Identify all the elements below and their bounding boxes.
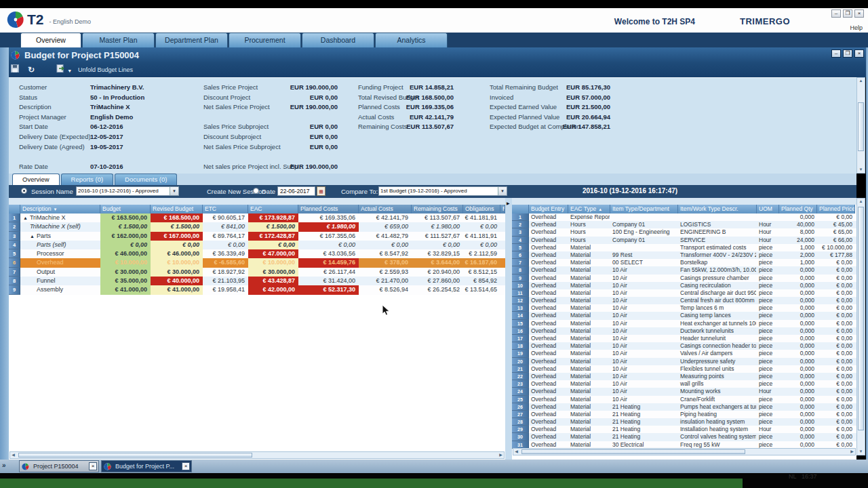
scroll-down-icon[interactable]: ▼ (857, 167, 865, 173)
budget-row-overhead[interactable]: 6Overhead€ 10.000,00€ 10.000,00€ -6.585,… (9, 258, 505, 267)
export-icon[interactable]: ▼ (56, 64, 72, 75)
splitter-handle-icon[interactable]: ▶ (507, 201, 510, 205)
help-link[interactable]: Help (850, 24, 863, 31)
scroll-right-icon[interactable]: ▶ (498, 452, 504, 458)
subtab-reports-0[interactable]: Reports (0) (61, 174, 114, 185)
calendar-icon[interactable]: ▦ (317, 186, 326, 196)
scroll-up-icon[interactable]: ▲ (857, 199, 865, 205)
budget-row-funnel[interactable]: 8Funnel€ 35.000,00€ 40.000,00€ 21.103,95… (9, 277, 505, 285)
budget-line-row[interactable]: 18OverheadMaterial10 AirCasings connecti… (512, 342, 856, 350)
chevron-down-icon[interactable]: ▼ (498, 187, 507, 195)
budget-line-row[interactable]: 21OverheadMaterial10 AirFlexibles tunnel… (512, 365, 856, 373)
budget-line-row[interactable]: 5OverheadMaterialTransport estimated cos… (512, 244, 856, 251)
tab-overview[interactable]: Overview (20, 33, 81, 47)
scroll-up-icon[interactable]: ▲ (857, 78, 865, 84)
maximize-button[interactable]: ❐ (843, 9, 852, 18)
minimize-button[interactable]: – (831, 9, 841, 18)
budget-line-row[interactable]: 24OverheadMaterial10 AirMounting worksHo… (512, 388, 856, 395)
scroll-down-icon[interactable]: ▼ (857, 449, 865, 455)
close-icon[interactable]: × (89, 462, 97, 470)
tab-department-plan[interactable]: Department Plan (155, 33, 228, 47)
table-splitter[interactable]: ▶ (505, 198, 512, 460)
budget-lines-hscrollbar[interactable]: ◀ ▶ (513, 448, 856, 455)
budget-lines-vscrollbar[interactable]: ▲ ▼ (856, 198, 865, 455)
budget-line-row[interactable]: 6OverheadMaterial99 RestTransformer 400V… (512, 251, 856, 259)
tab-procurement[interactable]: Procurement (229, 33, 301, 47)
session-name-radio[interactable] (21, 188, 27, 194)
budget-line-row[interactable]: 13OverheadMaterial10 AirTemp lances 6 mp… (512, 304, 856, 312)
tab-master-plan[interactable]: Master Plan (82, 33, 155, 47)
tab-analytics[interactable]: Analytics (375, 33, 448, 47)
budget-line-row[interactable]: 28OverheadMaterial21 Heatinginsulation h… (512, 418, 856, 426)
budget-line-row[interactable]: 3OverheadHours100 Eng - EngineeringENGIN… (512, 228, 856, 236)
column-header-actual-costs[interactable]: Actual Costs (359, 205, 412, 214)
refresh-icon[interactable]: ↻ (28, 65, 35, 75)
chevron-down-icon[interactable]: ▼ (170, 187, 178, 195)
export-dropdown-caret[interactable]: ▼ (67, 68, 72, 73)
budget-line-row[interactable]: 25OverheadMaterial10 AirCrane/Forkliftpi… (512, 396, 856, 403)
column-header-remaining-costs[interactable]: Remaining Costs (412, 205, 463, 214)
budget-line-row[interactable]: 12OverheadMaterial10 AirCentral fresh ai… (512, 297, 856, 304)
budget-line-row[interactable]: 11OverheadMaterial10 AirCentral discharg… (512, 289, 856, 297)
inner-close-button[interactable]: × (854, 49, 864, 58)
taskbar-tab-budget-for-project-p[interactable]: Budget for Project P...× (101, 460, 192, 472)
column-header-planned-costs[interactable]: Planned Costs (298, 205, 359, 214)
tree-expand-icon[interactable]: ▲ (30, 234, 35, 239)
close-button[interactable]: × (854, 9, 864, 18)
budget-line-row[interactable]: 17OverheadMaterial10 AirHeader tunneluni… (512, 335, 856, 342)
scroll-left-icon[interactable]: ◀ (513, 449, 519, 455)
column-header-budget[interactable]: Budget (100, 205, 151, 214)
session-name-select[interactable]: 2016-10 (19-12-2016) - Approved ▼ (76, 186, 179, 196)
budget-line-row[interactable]: 27OverheadMaterial21 HeatingPiping heati… (512, 411, 856, 418)
subtab-documents-0[interactable]: Documents (0) (115, 174, 177, 185)
compare-to-select[interactable]: 1st Budget (19-12-2016) - Approved ▼ (378, 186, 507, 196)
save-icon[interactable] (11, 64, 19, 75)
budget-line-row[interactable]: 15OverheadMaterial10 AirHeat exchanger a… (512, 320, 856, 327)
info-scrollbar[interactable]: ▲ ▼ (856, 77, 865, 174)
budget-line-row[interactable]: 20OverheadMaterial10 AirUnderpressure sa… (512, 358, 856, 365)
column-header-obligations[interactable]: Obligations (463, 205, 500, 214)
budget-line-row[interactable]: 26OverheadMaterial21 HeatingPumps heat e… (512, 403, 856, 411)
budget-line-row[interactable]: 19OverheadMaterial10 AirValves / Air dam… (512, 350, 856, 357)
budget-table-hscrollbar[interactable]: ◀ ▶ (9, 451, 505, 459)
budget-row-output[interactable]: 7Output€ 30.000,00€ 30.000,00€ 18.927,92… (9, 268, 505, 277)
column-header-uom[interactable]: UOM (757, 205, 779, 214)
column-header-etc[interactable]: ETC (203, 205, 248, 214)
column-header-eac[interactable]: EAC (248, 205, 298, 214)
column-header-description[interactable]: Description▼ (20, 205, 100, 214)
budget-line-row[interactable]: 7OverheadMaterial00 SELECTBorstelkappiec… (512, 259, 856, 266)
budget-line-row[interactable]: 10OverheadMaterial10 AirCasing recircula… (512, 282, 856, 289)
close-icon[interactable]: × (182, 462, 190, 470)
budget-line-row[interactable]: 30OverheadMaterial21 HeatingControl valv… (512, 433, 856, 441)
unfold-budget-lines-button[interactable]: Unfold Budget Lines (78, 66, 133, 73)
date-input[interactable]: 22-06-2017 (277, 186, 315, 196)
budget-line-row[interactable]: 16OverheadMaterial10 AirDuctwork tunnelu… (512, 327, 856, 335)
budget-row-trimachine-x[interactable]: 1▲TriMachine X€ 163.500,00€ 168.500,00€ … (9, 214, 505, 222)
budget-line-row[interactable]: 4OverheadHoursCompany 01SERVICEHour24,00… (512, 237, 856, 244)
budget-line-row[interactable]: 2OverheadHoursCompany 01LOGISTICSHour40,… (512, 221, 856, 228)
budget-line-row[interactable]: 1OverheadExpense Reports0,000€ 0,00 (512, 214, 856, 221)
column-header-remain[interactable]: Remain (500, 205, 505, 214)
inner-minimize-button[interactable]: – (831, 49, 841, 58)
taskbar-overflow-button[interactable]: » (2, 462, 6, 469)
subtab-overview[interactable]: Overview (12, 174, 60, 185)
budget-row-parts[interactable]: 3▲Parts€ 162.000,00€ 167.000,00€ 89.764,… (9, 232, 505, 241)
budget-line-row[interactable]: 9OverheadMaterial10 AirCasings pressure … (512, 274, 856, 282)
column-header-eac-type[interactable]: EAC Type▲ (568, 205, 610, 214)
column-header-planned-qty[interactable]: Planned Qty (779, 205, 817, 214)
budget-line-row[interactable]: 22OverheadMaterial10 AirMeasuring points… (512, 373, 856, 380)
budget-row-trimachine-x-self[interactable]: 2TriMachine X (self)€ 1.500,00€ 1.500,00… (9, 222, 505, 231)
budget-line-row[interactable]: 14OverheadMaterial10 AirCasing temp lanc… (512, 312, 856, 319)
column-header-item-type-department[interactable]: Item Type/Department (610, 205, 678, 214)
column-header-item-work-type-descr[interactable]: Item/Work Type Descr. (678, 205, 757, 214)
column-header-planned-price[interactable]: Planned Price (817, 205, 855, 214)
taskbar-tab-project-p150004[interactable]: Project P150004× (19, 460, 99, 472)
budget-line-row[interactable]: 29OverheadMaterial21 HeatingInstallation… (512, 426, 856, 433)
tree-expand-icon[interactable]: ▲ (23, 216, 28, 220)
budget-row-parts-self[interactable]: 4Parts (self)€ 0,00€ 0,00€ 0,00€ 0,00€ 0… (9, 241, 505, 249)
scroll-left-icon[interactable]: ◀ (10, 452, 16, 458)
budget-row-assembly[interactable]: 9Assembly€ 41.000,00€ 41.000,00€ 19.958,… (9, 285, 505, 294)
budget-row-processor[interactable]: 5Processor€ 46.000,00€ 46.000,00€ 36.339… (9, 249, 505, 258)
inner-maximize-button[interactable]: ❐ (843, 49, 852, 58)
tab-dashboard[interactable]: Dashboard (302, 33, 374, 47)
